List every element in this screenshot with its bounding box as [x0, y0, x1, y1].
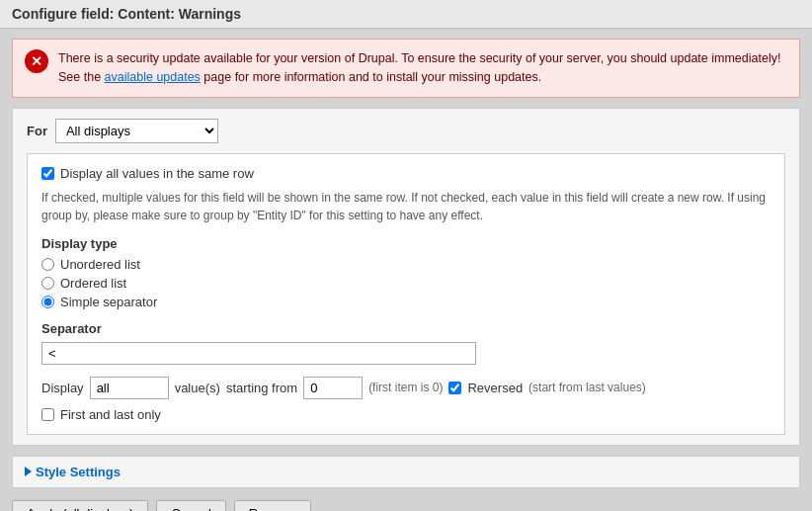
radio-separator-label[interactable]: Simple separator	[60, 295, 157, 309]
available-updates-link[interactable]: available updates	[105, 70, 201, 84]
start-from-last-note: (start from last values)	[528, 381, 646, 394]
display-all-values-label[interactable]: Display all values in the same row	[60, 166, 254, 181]
radio-separator[interactable]	[41, 296, 54, 308]
starting-from-input[interactable]	[303, 377, 363, 399]
style-settings-link[interactable]: Style Settings	[25, 465, 787, 479]
style-settings-section: Style Settings	[12, 456, 800, 488]
display-all-input[interactable]	[90, 377, 169, 399]
style-settings-label: Style Settings	[36, 465, 121, 479]
radio-unordered-row: Unordered list	[41, 257, 771, 272]
display-row: Display value(s) starting from (first it…	[41, 377, 771, 399]
alert-text: There is a security update available for…	[58, 49, 787, 87]
values-label: value(s)	[175, 381, 220, 395]
cancel-button[interactable]: Cancel	[156, 500, 225, 512]
triangle-icon	[25, 467, 32, 476]
main-content-box: Display all values in the same row If ch…	[27, 153, 785, 435]
display-all-values-description: If checked, multiple values for this fie…	[41, 189, 771, 224]
remove-button[interactable]: Remove	[234, 500, 311, 512]
radio-ordered[interactable]	[41, 277, 54, 290]
first-last-checkbox[interactable]	[41, 408, 54, 421]
first-item-note: (first item is 0)	[368, 381, 443, 394]
form-section: For All displays This page (override) Di…	[12, 108, 800, 446]
page-title: Configure field: Content: Warnings	[0, 0, 812, 29]
first-last-row: First and last only	[41, 407, 771, 422]
display-all-values-checkbox[interactable]	[41, 167, 54, 180]
apply-button[interactable]: Apply (all displays)	[12, 500, 148, 512]
radio-ordered-label[interactable]: Ordered list	[60, 276, 126, 291]
reversed-checkbox[interactable]	[448, 382, 461, 394]
radio-unordered-label[interactable]: Unordered list	[60, 257, 140, 272]
for-select[interactable]: All displays This page (override)	[55, 119, 218, 143]
for-label: For	[27, 124, 47, 138]
page-wrapper: Configure field: Content: Warnings ✕ The…	[0, 0, 812, 511]
separator-section: Separator	[41, 321, 771, 365]
separator-label: Separator	[41, 321, 771, 336]
radio-unordered[interactable]	[41, 258, 54, 271]
security-alert: ✕ There is a security update available f…	[12, 39, 800, 98]
first-last-label[interactable]: First and last only	[60, 407, 161, 422]
radio-separator-row: Simple separator	[41, 295, 771, 309]
display-all-values-row: Display all values in the same row	[41, 166, 771, 181]
separator-input[interactable]	[41, 342, 476, 365]
display-text: Display	[41, 381, 84, 395]
bottom-bar: Apply (all displays) Cancel Remove	[0, 488, 812, 512]
alert-icon: ✕	[25, 49, 48, 73]
display-type-label: Display type	[41, 236, 771, 251]
for-row: For All displays This page (override)	[27, 119, 785, 143]
reversed-label[interactable]: Reversed	[467, 381, 523, 395]
display-type-radio-group: Unordered list Ordered list Simple separ…	[41, 257, 771, 309]
starting-from-label: starting from	[226, 381, 297, 395]
radio-ordered-row: Ordered list	[41, 276, 771, 291]
